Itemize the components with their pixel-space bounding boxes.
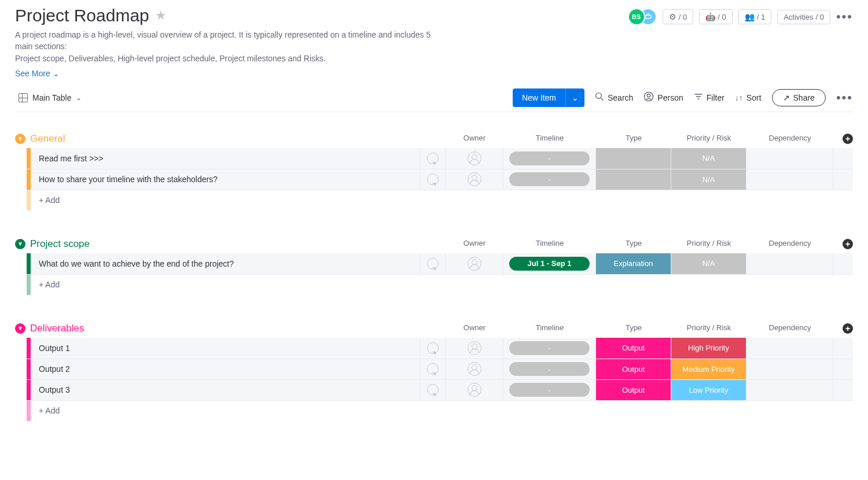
share-button[interactable]: ↗ Share — [772, 89, 826, 106]
add-item-row[interactable]: + Add — [27, 400, 853, 421]
column-header-dependency[interactable]: Dependency — [746, 323, 833, 334]
column-header-type[interactable]: Type — [596, 134, 671, 144]
priority-cell[interactable]: N/A — [671, 253, 746, 274]
person-filter-action[interactable]: Person — [643, 91, 683, 104]
type-cell[interactable]: Output — [596, 359, 671, 379]
column-header-timeline[interactable]: Timeline — [503, 239, 596, 249]
item-name-cell[interactable]: Output 1 — [31, 338, 420, 359]
group-title[interactable]: General — [30, 133, 65, 145]
dependency-cell[interactable] — [746, 169, 833, 190]
board-view-switcher[interactable]: Main Table ⌄ — [15, 91, 85, 105]
owner-cell[interactable] — [446, 359, 503, 379]
activities-pill[interactable]: Activities / 0 — [777, 10, 830, 24]
add-column-button[interactable]: + — [843, 323, 853, 334]
item-name-cell[interactable]: What do we want to achieve by the end of… — [31, 253, 420, 274]
type-cell[interactable] — [596, 169, 671, 190]
add-item-label[interactable]: + Add — [31, 275, 446, 295]
owner-cell[interactable] — [446, 253, 503, 274]
search-action[interactable]: Search — [595, 92, 633, 103]
timeline-cell[interactable]: Jul 1 - Sep 1 — [503, 253, 596, 274]
add-item-label[interactable]: + Add — [31, 190, 446, 211]
owner-cell[interactable] — [446, 380, 503, 400]
row-tail-cell — [833, 338, 853, 359]
dependency-cell[interactable] — [746, 148, 833, 169]
group-collapse-toggle[interactable]: ▼ General — [15, 133, 65, 145]
priority-cell[interactable]: N/A — [671, 148, 746, 169]
column-header-owner[interactable]: Owner — [446, 134, 503, 144]
group-collapse-toggle[interactable]: ▼ Deliverables — [15, 323, 84, 334]
timeline-cell[interactable]: - — [503, 148, 596, 169]
new-item-button[interactable]: New Item — [513, 88, 565, 107]
column-header-dependency[interactable]: Dependency — [746, 239, 833, 249]
item-name-cell[interactable]: Output 3 — [31, 380, 420, 400]
sort-label: Sort — [746, 93, 762, 102]
dependency-cell[interactable] — [746, 253, 833, 274]
column-header-priority[interactable]: Priority / Risk — [671, 134, 746, 144]
conversation-button[interactable] — [420, 359, 446, 379]
timeline-cell[interactable]: - — [503, 169, 596, 190]
new-item-split-button[interactable]: New Item ⌄ — [513, 88, 584, 107]
column-header-timeline[interactable]: Timeline — [503, 323, 596, 334]
filter-action[interactable]: Filter — [694, 92, 724, 103]
column-header-type[interactable]: Type — [596, 239, 671, 249]
see-more-link[interactable]: See More ⌄ — [15, 69, 60, 78]
table-row[interactable]: Output 2 - Output Medium Priority — [27, 359, 853, 379]
integrations-pill[interactable]: ⚙ / 0 — [663, 9, 693, 24]
column-header-dependency[interactable]: Dependency — [746, 134, 833, 144]
type-cell[interactable]: Output — [596, 338, 671, 359]
item-name-cell[interactable]: Output 2 — [31, 359, 420, 379]
column-header-timeline[interactable]: Timeline — [503, 134, 596, 144]
owner-cell[interactable] — [446, 169, 503, 190]
dependency-cell[interactable] — [746, 338, 833, 359]
favorite-star-icon[interactable]: ★ — [155, 8, 167, 23]
column-header-priority[interactable]: Priority / Risk — [671, 239, 746, 249]
item-name-cell[interactable]: Read me first >>> — [31, 148, 420, 169]
table-row[interactable]: Read me first >>> - N/A — [27, 148, 853, 169]
add-column-button[interactable]: + — [843, 239, 853, 249]
more-menu-icon[interactable]: ••• — [836, 10, 853, 23]
column-header-priority[interactable]: Priority / Risk — [671, 323, 746, 334]
new-item-dropdown[interactable]: ⌄ — [565, 88, 584, 107]
board-members-avatars[interactable]: BS — [628, 8, 657, 25]
priority-cell[interactable]: N/A — [671, 169, 746, 190]
add-item-row[interactable]: + Add — [27, 274, 853, 295]
conversation-button[interactable] — [420, 380, 446, 400]
item-name-cell[interactable]: How to share your timeline with the stak… — [31, 169, 420, 190]
automations-pill[interactable]: 🤖 / 0 — [699, 9, 732, 24]
group-title[interactable]: Deliverables — [30, 323, 84, 334]
add-item-row[interactable]: + Add — [27, 190, 853, 211]
priority-cell[interactable]: Medium Priority — [671, 359, 746, 379]
timeline-cell[interactable]: - — [503, 338, 596, 359]
add-column-button[interactable]: + — [843, 134, 853, 144]
table-row[interactable]: How to share your timeline with the stak… — [27, 169, 853, 190]
table-row[interactable]: Output 1 - Output High Priority — [27, 338, 853, 359]
owner-cell[interactable] — [446, 148, 503, 169]
members-pill[interactable]: 👥 / 1 — [738, 9, 771, 24]
dependency-cell[interactable] — [746, 380, 833, 400]
owner-cell[interactable] — [446, 338, 503, 359]
group-title[interactable]: Project scope — [30, 238, 90, 250]
type-cell[interactable]: Explanation — [596, 253, 671, 274]
group-collapse-toggle[interactable]: ▼ Project scope — [15, 238, 90, 250]
toolbar-more-icon[interactable]: ••• — [836, 91, 853, 104]
table-row[interactable]: What do we want to achieve by the end of… — [27, 253, 853, 274]
conversation-button[interactable] — [420, 148, 446, 169]
add-item-label[interactable]: + Add — [31, 401, 446, 421]
timeline-cell[interactable]: - — [503, 359, 596, 379]
timeline-cell[interactable]: - — [503, 380, 596, 400]
person-icon — [468, 152, 481, 165]
type-cell[interactable] — [596, 148, 671, 169]
column-header-owner[interactable]: Owner — [446, 239, 503, 249]
page-title: Project Roadmap — [15, 6, 149, 25]
type-cell[interactable]: Output — [596, 380, 671, 400]
conversation-button[interactable] — [420, 169, 446, 190]
column-header-type[interactable]: Type — [596, 323, 671, 334]
sort-action[interactable]: ↓↑ Sort — [735, 93, 762, 102]
priority-cell[interactable]: High Priority — [671, 338, 746, 359]
table-row[interactable]: Output 3 - Output Low Priority — [27, 379, 853, 400]
priority-cell[interactable]: Low Priority — [671, 380, 746, 400]
dependency-cell[interactable] — [746, 359, 833, 379]
conversation-button[interactable] — [420, 338, 446, 359]
column-header-owner[interactable]: Owner — [446, 323, 503, 334]
conversation-button[interactable] — [420, 253, 446, 274]
